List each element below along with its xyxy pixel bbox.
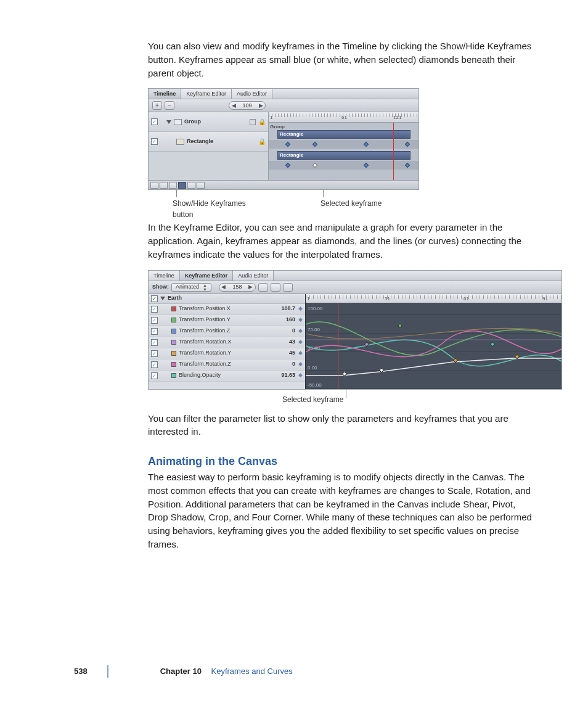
disclosure-triangle-icon[interactable] [160, 297, 165, 300]
parameter-row[interactable]: ✓Transform.Rotation.Y45◆ [149, 348, 305, 359]
keyframe-indicator-icon[interactable]: ◆ [298, 349, 303, 357]
ruler-tick: 61 [463, 295, 469, 303]
keyframe-indicator-icon[interactable]: ◆ [298, 360, 303, 368]
keyframe-diamond-selected[interactable] [312, 163, 317, 168]
ruler-tick: 1 [270, 114, 272, 121]
chapter-label: Chapter 10 [160, 667, 202, 676]
parameter-value[interactable]: 91.63 [273, 371, 295, 379]
visibility-checkbox[interactable]: ✓ [151, 295, 158, 302]
visibility-checkbox[interactable]: ✓ [151, 328, 158, 335]
visibility-checkbox[interactable]: ✓ [151, 138, 158, 145]
lock-icon[interactable]: 🔒 [258, 118, 266, 127]
bottom-toggle[interactable] [197, 182, 205, 189]
parameter-row[interactable]: ✓Transform.Position.X108.7◆ [149, 304, 305, 315]
parameter-value[interactable]: 43 [273, 338, 295, 346]
visibility-checkbox[interactable]: ✓ [151, 317, 158, 324]
parameter-row[interactable]: ✓Blending.Opacity91.63◆ [149, 371, 305, 382]
frame-next-icon[interactable]: ▶ [248, 283, 254, 291]
callout-label: Selected keyframe [321, 199, 382, 209]
clip-rectangle[interactable]: Rectangle [277, 151, 410, 160]
disclosure-triangle-icon[interactable] [166, 120, 171, 124]
add-button[interactable]: + [152, 101, 162, 110]
track-group-label: Group [270, 123, 285, 131]
parameter-value[interactable]: 0 [273, 360, 295, 368]
visibility-checkbox[interactable]: ✓ [151, 372, 158, 379]
callout-label: Show/Hide Keyframes button [173, 199, 246, 220]
keyframe-indicator-icon[interactable]: ◆ [298, 316, 303, 324]
visibility-checkbox[interactable]: ✓ [151, 118, 158, 125]
keyframe-diamond[interactable] [312, 142, 317, 147]
clip-rectangle[interactable]: Rectangle [277, 130, 410, 139]
parameter-value[interactable]: 108.7 [273, 305, 295, 313]
keyframe-indicator-icon[interactable]: ◆ [298, 305, 303, 313]
current-frame-field[interactable]: ◀ 109 ▶ [229, 101, 266, 110]
parameter-name: Transform.Rotation.X [179, 338, 271, 346]
keyframe-diamond[interactable] [405, 142, 410, 147]
color-swatch-icon [171, 351, 176, 356]
tab-timeline[interactable]: Timeline [149, 89, 181, 99]
callout-label: Selected keyframe [282, 390, 346, 405]
frame-prev-icon[interactable]: ◀ [231, 102, 237, 110]
show-filter-select[interactable]: Animated ▲▼ [171, 283, 211, 292]
tool-button[interactable] [258, 283, 268, 292]
timeline-track-area[interactable]: 1 61 121 Group Rectangle [269, 112, 419, 180]
parameter-name: Transform.Position.X [179, 305, 271, 313]
body-paragraph: In the Keyframe Editor, you can see and … [148, 221, 533, 261]
keyframe-diamond[interactable] [285, 163, 290, 168]
current-frame-field[interactable]: ◀ 158 ▶ [219, 283, 256, 292]
parameter-row[interactable]: ✓Transform.Position.Z0◆ [149, 326, 305, 337]
page-footer: 538 Chapter 10 Keyframes and Curves [0, 665, 588, 678]
time-ruler[interactable]: 1 31 61 91 [306, 294, 561, 303]
snapshot-button[interactable] [283, 283, 293, 292]
keyframe-indicator-icon[interactable]: ◆ [298, 371, 303, 379]
frame-prev-icon[interactable]: ◀ [221, 283, 227, 291]
parameter-row[interactable]: ✓Transform.Position.Y160◆ [149, 315, 305, 326]
bottom-toggle[interactable] [169, 182, 177, 189]
bottom-toggle[interactable] [187, 182, 195, 189]
group-icon [174, 119, 182, 125]
footer-divider [107, 665, 108, 678]
tab-keyframe-editor[interactable]: Keyframe Editor [181, 89, 232, 99]
frame-next-icon[interactable]: ▶ [258, 102, 264, 110]
tab-audio-editor[interactable]: Audio Editor [233, 271, 274, 281]
visibility-checkbox[interactable]: ✓ [151, 339, 158, 346]
time-ruler[interactable]: 1 61 121 [269, 112, 419, 123]
preview-icon[interactable] [250, 119, 256, 125]
object-header[interactable]: ✓ Earth [149, 294, 305, 304]
keyframe-indicator-icon[interactable]: ◆ [298, 338, 303, 346]
visibility-checkbox[interactable]: ✓ [151, 350, 158, 357]
parameter-name: Transform.Position.Y [179, 316, 271, 324]
bottom-toggle[interactable] [160, 182, 168, 189]
layer-row-group[interactable]: ✓ Group 🔒 [149, 112, 268, 132]
bottom-toggle[interactable] [150, 182, 158, 189]
keyframe-indicator-icon[interactable]: ◆ [298, 327, 303, 335]
curve-graph[interactable]: 1 31 61 91 150.00 75.00 50.00 0.00 -50.0… [306, 294, 561, 389]
remove-button[interactable]: − [165, 101, 174, 110]
parameter-value[interactable]: 45 [273, 349, 295, 357]
keyframe-diamond[interactable] [405, 163, 410, 168]
page-number: 538 [74, 666, 88, 678]
color-swatch-icon [171, 329, 176, 334]
tab-audio-editor[interactable]: Audio Editor [232, 89, 272, 99]
visibility-checkbox[interactable]: ✓ [151, 306, 158, 313]
show-hide-keyframes-button[interactable] [178, 182, 186, 189]
parameter-row[interactable]: ✓Transform.Rotation.Z0◆ [149, 359, 305, 371]
keyframe-diamond[interactable] [285, 142, 290, 147]
playhead[interactable] [393, 123, 394, 180]
section-heading: Animating in the Canvas [148, 453, 533, 469]
parameter-name: Transform.Position.Z [179, 327, 271, 335]
tab-timeline[interactable]: Timeline [149, 271, 180, 281]
playhead[interactable] [338, 303, 338, 389]
parameter-value[interactable]: 160 [273, 316, 295, 324]
lock-icon[interactable]: 🔒 [258, 138, 266, 147]
color-swatch-icon [171, 362, 176, 367]
parameter-name: Blending.Opacity [179, 371, 271, 379]
tab-keyframe-editor[interactable]: Keyframe Editor [180, 271, 234, 281]
keyframe-diamond[interactable] [364, 163, 369, 168]
visibility-checkbox[interactable]: ✓ [151, 361, 158, 368]
tool-button[interactable] [271, 283, 280, 292]
parameter-row[interactable]: ✓Transform.Rotation.X43◆ [149, 337, 305, 348]
layer-row-rectangle[interactable]: ✓ Rectangle 🔒 [149, 132, 268, 152]
keyframe-diamond[interactable] [364, 142, 369, 147]
parameter-value[interactable]: 0 [273, 327, 295, 335]
